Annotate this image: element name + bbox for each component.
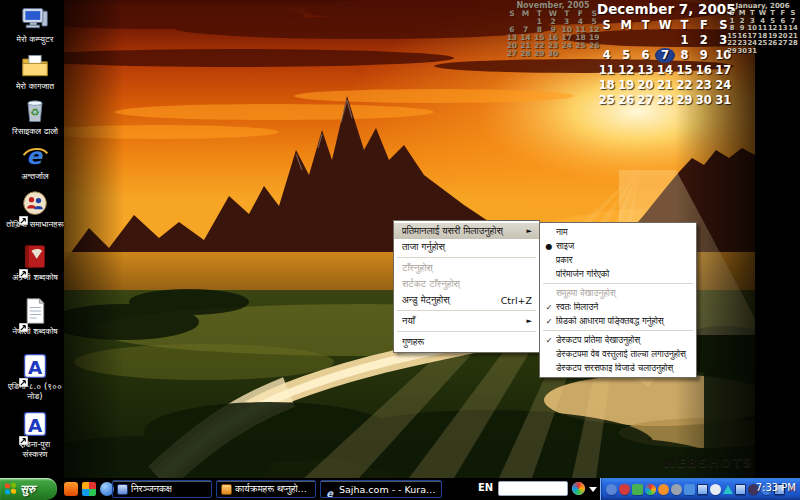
calendar-day: 15	[675, 63, 694, 78]
messenger-quicklaunch-icon[interactable]	[64, 482, 78, 496]
chat-tray-icon[interactable]	[684, 484, 695, 495]
menu-item[interactable]: परिमार्जन गरिएको	[540, 267, 696, 281]
desktop-icon-label: नेपाली शब्दकोष	[6, 326, 64, 336]
desktop-icon-recycle-bin[interactable]: ♻ रिसाइकल ढालो	[6, 97, 64, 136]
shortcut-arrow-icon	[19, 430, 28, 439]
calendar-weekday: T	[675, 18, 694, 33]
check-icon: ✓	[542, 303, 556, 312]
calendar-november: November, 2005 SMTWTFS123456789101112131…	[505, 1, 601, 58]
menu-item[interactable]: ●साइज	[540, 239, 696, 253]
calendar-day: 27	[636, 93, 655, 108]
calendar-day: 8	[675, 48, 694, 63]
calendar-day: 29	[532, 50, 546, 58]
calendar-today: 7	[655, 48, 674, 63]
calendar-day: 19	[616, 78, 635, 93]
menu-item-label: ताजा गर्नुहोस्	[402, 241, 532, 253]
calendar-weekday: S	[597, 18, 616, 33]
arrange-icons-submenu: नाम●साइजप्रकारपरिमार्जन गरिएकोसमूहमा देख…	[539, 222, 697, 378]
check-icon: ✓	[542, 336, 556, 345]
calendar-day: 12	[616, 63, 635, 78]
calendar-january: January, 2006 SMTWTFS1234567891011121314…	[727, 2, 798, 56]
desktop[interactable]: मेरो कम्प्युटर मेरो कागजात ♻ रिसाइकल ढाल…	[0, 0, 800, 500]
menu-item[interactable]: गुणहरू	[394, 334, 539, 350]
calendar-day: 29	[675, 93, 694, 108]
menu-item[interactable]: नयाँ►	[394, 313, 539, 329]
menu-item-label: परिमार्जन गरिएको	[556, 269, 691, 280]
monitor-tray-icon[interactable]	[735, 484, 746, 495]
language-indicator[interactable]: EN	[478, 482, 493, 493]
messenger-tray-icon[interactable]	[606, 484, 617, 495]
menu-separator	[397, 257, 536, 258]
menu-item[interactable]: ताजा गर्नुहोस्	[394, 239, 539, 255]
bullet-icon: ●	[542, 242, 556, 251]
desktop-icon-adina-80[interactable]: A एडिना-८.० (९०० नोड)	[6, 352, 64, 401]
calendar-day: 28	[519, 50, 533, 58]
menu-item[interactable]: नाम	[540, 225, 696, 239]
task-button-label: कार्यक्रमहरू थप्नुहोस्...	[235, 483, 311, 495]
idle-app-tray-icon[interactable]	[671, 484, 682, 495]
desktop-icon-my-computer[interactable]: मेरो कम्प्युटर	[6, 5, 64, 44]
menu-item-label: प्रकार	[556, 255, 691, 266]
calendar-day: 16	[694, 63, 713, 78]
menu-item[interactable]: प्रतिमानलाई यसरी मिलाउनुहोस्►	[394, 223, 539, 239]
calendar-weekday: M	[519, 10, 533, 18]
desktop-icon-english-dictionary[interactable]: अंग्रेजी शब्दकोष	[6, 243, 64, 282]
calendar-day	[616, 33, 635, 48]
desktop-icon-nepali-dictionary[interactable]: नेपाली शब्दकोष	[6, 297, 64, 336]
task-button-label: निरञ्जनकक्ष	[131, 483, 172, 495]
recycle-bin-icon: ♻	[20, 97, 50, 125]
calendar-day: 31	[747, 48, 757, 56]
menu-item[interactable]: अन्डु मेट्नुहोस्Ctrl+Z	[394, 292, 539, 308]
calendar-day: 31	[714, 93, 733, 108]
desktop-icon-solutions[interactable]: तोड़िया समाधानहरू	[6, 190, 64, 229]
updates-tray-icon[interactable]	[658, 484, 669, 495]
task-button-sajha[interactable]: e Sajha.com - - Kuraka...	[320, 480, 442, 498]
calendar-day: 26	[768, 40, 778, 48]
task-button-add-programs[interactable]: कार्यक्रमहरू थप्नुहोस्...	[216, 480, 316, 498]
calendar-day: 25	[574, 42, 588, 50]
submenu-arrow-icon: ►	[527, 317, 532, 325]
menu-item[interactable]: डेस्कटपमा वेब वस्तुलाई ताल्चा लगाउनुहोस्	[540, 347, 696, 361]
desktop-icon-internet[interactable]: e अन्तर्जाल	[6, 142, 64, 181]
windows-logo-icon	[5, 482, 17, 495]
my-documents-icon	[20, 52, 50, 80]
webshots-tray-icon[interactable]	[645, 484, 656, 495]
display-tray-icon[interactable]	[697, 484, 708, 495]
calendar-day	[560, 50, 574, 58]
people-icon	[20, 190, 50, 218]
letter-a-icon: A	[20, 410, 50, 438]
menu-item[interactable]: ✓स्वतः मिलाउने	[540, 300, 696, 314]
antivirus-tray-icon[interactable]	[723, 485, 733, 494]
deskbar-search-input[interactable]	[498, 481, 568, 496]
menu-item: सर्टकट टाँस्नुहोस्	[394, 276, 539, 292]
desktop-icon-adina-full[interactable]: A एडिना-पुरा संस्करण	[6, 410, 64, 459]
calendar-day: 17	[714, 63, 733, 78]
deskbar-logo-icon[interactable]	[572, 482, 585, 495]
calendar-day: 30	[546, 50, 560, 58]
desktop-icon-label: तोड़िया समाधानहरू	[6, 219, 64, 229]
menu-item[interactable]: डेस्कटप सरसफाइ विजार्ड चलाउनुहोस्	[540, 361, 696, 375]
taskbar-clock[interactable]: 7:33 PM	[756, 482, 796, 493]
network-status-icon[interactable]	[632, 484, 643, 495]
shortcut-key-label: Ctrl+Z	[501, 295, 532, 306]
menu-item[interactable]: ✓ग्रिडको आधारमा पङ्क्तिबद्ध गर्नुहोस्	[540, 314, 696, 328]
start-button[interactable]: सुरु	[0, 478, 57, 500]
security-alert-icon[interactable]	[619, 484, 630, 495]
task-button-chatroom[interactable]: निरञ्जनकक्ष	[112, 480, 212, 498]
calendar-title: December 7, 2005	[597, 1, 733, 17]
desktop-icon-my-documents[interactable]: मेरो कागजात	[6, 52, 64, 91]
calendar-weekday: S	[505, 10, 519, 18]
menu-item[interactable]: प्रकार	[540, 253, 696, 267]
message-bubble-icon[interactable]	[710, 484, 721, 495]
desktop-icon-label: अन्तर्जाल	[6, 171, 64, 181]
calendar-day: 23	[694, 78, 713, 93]
calendar-grid: SMTWTFS123456789101112131415161718192021…	[505, 10, 601, 58]
media-quicklaunch-icon[interactable]	[82, 482, 96, 496]
deskbar-dropdown-icon[interactable]	[589, 487, 597, 492]
menu-item-label: टाँस्नुहोस्	[402, 262, 532, 274]
calendar-day: 24	[560, 42, 574, 50]
menu-separator	[543, 283, 693, 284]
calendar-day: 25	[757, 40, 767, 48]
calendar-day: 13	[636, 63, 655, 78]
menu-item[interactable]: ✓डेस्कटप प्रतिमा देखाउनुहोस्	[540, 333, 696, 347]
